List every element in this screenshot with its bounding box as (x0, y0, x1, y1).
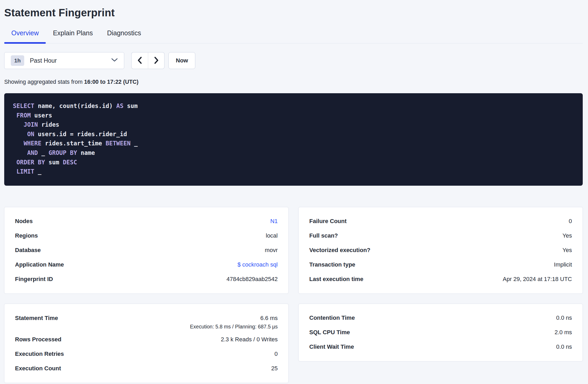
time-pager (131, 52, 165, 69)
sql-text: rides.start_time (41, 140, 106, 147)
sql-text (13, 131, 27, 137)
sql-line: ORDER BY sum DESC (13, 158, 572, 167)
detail-row: Fingerprint ID4784cb829aab2542 (15, 272, 278, 287)
row-label: Client Wait Time (309, 343, 354, 350)
sql-text (13, 159, 17, 166)
sql-text: rides (38, 121, 59, 128)
sql-keyword: JOIN (24, 121, 38, 128)
time-interval-dropdown[interactable]: 1h Past Hour (4, 52, 124, 69)
sql-text: sum (45, 159, 63, 166)
detail-row: Transaction typeImplicit (309, 258, 572, 272)
detail-row: NodesN1 (15, 214, 278, 229)
row-label: Rows Processed (15, 336, 61, 343)
statistics-cards-row: Statement Time6.6 msExecution: 5.8 ms / … (4, 304, 583, 383)
detail-row: SQL CPU Time2.0 ms (309, 325, 572, 340)
row-value: Yes (562, 232, 572, 239)
row-value: 0 (275, 351, 278, 357)
sql-text (13, 168, 17, 175)
time-interval-label: Past Hour (30, 57, 57, 64)
stats-caption: Showing aggregated stats from 16:00 to 1… (4, 79, 583, 85)
statement-fingerprint-page: Statement Fingerprint Overview Explain P… (0, 0, 588, 384)
sql-text: users (31, 112, 52, 119)
row-label: Last execution time (309, 276, 363, 283)
detail-row: Execution Retries0 (15, 347, 278, 361)
tab-bar: Overview Explain Plans Diagnostics (4, 29, 583, 43)
detail-row: Failure Count0 (309, 214, 572, 229)
row-label: Vectorized execution? (309, 247, 370, 254)
row-label: Fingerprint ID (15, 276, 53, 283)
sql-keyword: FROM (17, 112, 31, 119)
detail-row: Application Name$ cockroach sql (15, 258, 278, 272)
chevron-down-icon (111, 58, 118, 63)
row-label: Regions (15, 232, 38, 239)
now-button[interactable]: Now (168, 52, 195, 69)
sql-text: sum (123, 102, 138, 109)
sql-text (13, 121, 24, 128)
row-value: movr (265, 247, 278, 253)
row-value: 0.0 ns (556, 343, 572, 350)
sql-text (13, 149, 27, 156)
prev-time-button[interactable] (131, 52, 148, 69)
detail-row: Execution Count25 (15, 361, 278, 376)
row-value: Yes (562, 247, 572, 253)
detail-row: Databasemovr (15, 243, 278, 258)
next-time-button[interactable] (148, 52, 165, 69)
card-statement-statistics: Statement Time6.6 msExecution: 5.8 ms / … (4, 304, 288, 383)
sql-keyword: LIMIT (17, 168, 34, 175)
row-value: 25 (271, 365, 278, 372)
sql-line: AND _ GROUP BY name (13, 148, 572, 158)
card-time-statistics: Contention Time0.0 nsSQL CPU Time2.0 msC… (298, 304, 583, 361)
sql-text: _ (34, 168, 41, 175)
detail-row: Regionslocal (15, 229, 278, 243)
stats-caption-prefix: Showing aggregated stats from (4, 79, 83, 85)
row-label: Execution Count (15, 365, 61, 372)
sql-code: SELECT name, count(rides.id) AS sum FROM… (13, 101, 572, 176)
row-label: Application Name (15, 261, 64, 268)
row-value: 0.0 ns (556, 314, 572, 321)
tab-overview[interactable]: Overview (4, 29, 46, 43)
detail-row: Statement Time6.6 msExecution: 5.8 ms / … (15, 311, 278, 332)
sql-line: LIMIT _ (13, 167, 572, 176)
sql-line: WHERE rides.start_time BETWEEN _ (13, 139, 572, 148)
row-label: Statement Time (15, 314, 58, 322)
sql-keyword: WHERE (24, 140, 42, 147)
sql-keyword: SELECT (13, 102, 34, 109)
row-label: Contention Time (309, 314, 355, 321)
card-execution-attributes: Failure Count0Full scan?YesVectorized ex… (298, 207, 583, 294)
stats-caption-range: 16:00 to 17:22 (UTC) (84, 79, 139, 85)
row-label: Database (15, 247, 41, 254)
sql-text (13, 140, 24, 147)
row-value: local (266, 232, 278, 239)
row-label: Nodes (15, 218, 33, 225)
sql-text: _ (38, 149, 49, 156)
sql-text: users.id = rides.rider_id (34, 131, 127, 137)
detail-row: Full scan?Yes (309, 229, 572, 243)
detail-row: Client Wait Time0.0 ns (309, 340, 572, 354)
sql-text: _ (131, 140, 138, 147)
row-value: Apr 29, 2024 at 17:18 UTC (503, 276, 572, 282)
tab-diagnostics[interactable]: Diagnostics (100, 29, 148, 43)
sql-text (13, 112, 17, 119)
sql-text: name, count(rides.id) (34, 102, 116, 109)
row-label: Full scan? (309, 232, 338, 239)
sql-line: SELECT name, count(rides.id) AS sum (13, 101, 572, 111)
detail-row: Contention Time0.0 ns (309, 311, 572, 325)
row-value: 2.0 ms (555, 329, 572, 336)
row-value-link[interactable]: $ cockroach sql (237, 261, 278, 268)
chevron-left-icon (137, 56, 143, 65)
sql-line: JOIN rides (13, 120, 572, 130)
row-value: 2.3 k Reads / 0 Writes (221, 336, 278, 343)
sql-keyword: ORDER BY (17, 159, 45, 166)
sql-line: FROM users (13, 111, 572, 120)
page-title: Statement Fingerprint (4, 7, 583, 19)
row-value-link[interactable]: N1 (270, 218, 278, 224)
row-subvalue: Execution: 5.8 ms / Planning: 687.5 µs (190, 323, 278, 331)
row-label: SQL CPU Time (309, 329, 350, 336)
detail-row: Vectorized execution?Yes (309, 243, 572, 258)
tab-explain-plans[interactable]: Explain Plans (46, 29, 100, 43)
sql-keyword: GROUP BY (48, 149, 77, 156)
row-value: 4784cb829aab2542 (226, 276, 278, 282)
sql-line: ON users.id = rides.rider_id (13, 130, 572, 139)
row-label: Execution Retries (15, 351, 64, 357)
sql-keyword: DESC (63, 159, 77, 166)
